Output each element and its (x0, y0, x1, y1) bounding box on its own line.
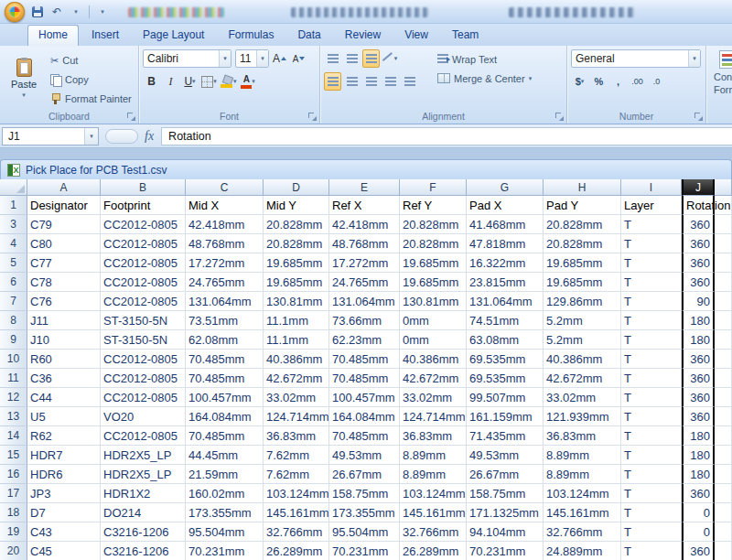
cell-J6[interactable]: 360 (682, 273, 715, 292)
decrease-decimal-button[interactable]: .0 (648, 72, 665, 91)
column-header-G[interactable]: G (467, 179, 544, 196)
cell-F14[interactable]: 36.83mm (400, 426, 467, 446)
cell-G14[interactable]: 71.435mm (467, 426, 544, 446)
cell-F11[interactable]: 42.672mm (400, 369, 467, 388)
font-size-combo[interactable]: 11 ▾ (235, 49, 269, 68)
paste-button[interactable]: Paste ▾ (4, 48, 44, 109)
cell-A20[interactable]: C45 (27, 542, 101, 560)
font-color-button[interactable]: A ▾ (240, 72, 257, 91)
cell-B5[interactable]: CC2012-0805 (101, 253, 186, 273)
cell-D14[interactable]: 36.83mm (264, 426, 329, 446)
cell-A14[interactable]: R62 (27, 426, 101, 446)
cell-B6[interactable]: CC2012-0805 (101, 273, 186, 292)
center-button[interactable] (343, 72, 361, 91)
cell-I6[interactable]: T (621, 273, 682, 292)
tab-insert[interactable]: Insert (81, 25, 130, 46)
cell-I12[interactable]: T (621, 388, 682, 407)
grow-font-button[interactable]: A (271, 49, 288, 68)
cell-E8[interactable]: 73.66mm (329, 311, 400, 330)
cell-A12[interactable]: C44 (27, 388, 101, 407)
row-header-5[interactable]: 5 (0, 253, 27, 273)
cell-fill-9[interactable] (715, 330, 732, 350)
cell-J9[interactable]: 180 (682, 330, 715, 350)
row-header-8[interactable]: 8 (0, 311, 27, 330)
cell-E16[interactable]: 26.67mm (329, 465, 400, 484)
cell-D8[interactable]: 11.1mm (264, 311, 329, 330)
cell-A7[interactable]: C76 (27, 292, 101, 311)
row-header-11[interactable]: 11 (0, 369, 27, 388)
cell-F7[interactable]: 130.81mm (400, 292, 467, 311)
cell-E13[interactable]: 164.084mm (329, 407, 400, 426)
cell-A8[interactable]: J11 (27, 311, 101, 330)
orientation-button[interactable]: ▾ (382, 49, 399, 68)
cell-G3[interactable]: 41.468mm (467, 215, 544, 234)
increase-decimal-button[interactable]: .00 (629, 72, 646, 91)
tab-review[interactable]: Review (334, 25, 392, 46)
row-header-1[interactable]: 1 (0, 196, 27, 215)
cell-J20[interactable]: 360 (682, 542, 715, 560)
undo-button[interactable]: ↶ (48, 4, 65, 20)
cell-F18[interactable]: 145.161mm (400, 503, 467, 522)
select-all-corner[interactable] (0, 179, 27, 196)
cell-A15[interactable]: HDR7 (27, 446, 101, 465)
cell-A5[interactable]: C77 (27, 253, 101, 273)
cell-J8[interactable]: 180 (682, 311, 715, 330)
cell-I5[interactable]: T (621, 253, 682, 273)
cell-J19[interactable]: 0 (682, 522, 715, 542)
cell-E17[interactable]: 158.75mm (329, 484, 400, 503)
cell-F3[interactable]: 20.828mm (400, 215, 467, 234)
cell-B14[interactable]: CC2012-0805 (101, 426, 186, 446)
cell-D11[interactable]: 42.672mm (264, 369, 329, 388)
cell-I19[interactable]: T (621, 522, 682, 542)
cell-B3[interactable]: CC2012-0805 (101, 215, 186, 234)
cell-E5[interactable]: 17.272mm (329, 253, 400, 273)
top-align-button[interactable] (324, 49, 341, 68)
cell-B13[interactable]: VO20 (101, 407, 186, 426)
cell-J13[interactable]: 360 (682, 407, 715, 426)
cell-H5[interactable]: 19.685mm (544, 253, 621, 273)
increase-indent-button[interactable] (401, 72, 418, 91)
customize-qat-button[interactable]: ▾ (94, 4, 111, 20)
cell-D9[interactable]: 11.1mm (264, 330, 329, 350)
number-format-combo[interactable]: General ▾ (571, 49, 701, 68)
cell-A10[interactable]: R60 (27, 350, 101, 369)
cell-J11[interactable]: 360 (682, 369, 715, 388)
column-header-A[interactable]: A (27, 179, 101, 196)
cell-B12[interactable]: CC2012-0805 (101, 388, 186, 407)
cell-fill-14[interactable] (715, 426, 732, 446)
bottom-align-button[interactable] (362, 49, 380, 68)
cell-H20[interactable]: 24.889mm (544, 542, 621, 560)
tab-data[interactable]: Data (286, 25, 331, 46)
cell-G19[interactable]: 94.104mm (467, 522, 544, 542)
cell-G15[interactable]: 49.53mm (467, 446, 544, 465)
cell-B17[interactable]: HDR1X2 (101, 484, 186, 503)
row-header-20[interactable]: 20 (0, 542, 27, 560)
wrap-text-button[interactable]: Wrap Text (436, 49, 564, 69)
cell-I4[interactable]: T (621, 234, 682, 253)
cell-fill-13[interactable] (715, 407, 732, 426)
cell-fill-16[interactable] (715, 465, 732, 484)
cell-G4[interactable]: 47.818mm (467, 234, 544, 253)
cell-fill-6[interactable] (715, 273, 732, 292)
cell-J17[interactable]: 360 (682, 484, 715, 503)
cell-H13[interactable]: 121.939mm (544, 407, 621, 426)
cell-E7[interactable]: 131.064mm (329, 292, 400, 311)
cell-A3[interactable]: C79 (27, 215, 101, 234)
cell-I16[interactable]: T (621, 465, 682, 484)
cell-F5[interactable]: 19.685mm (400, 253, 467, 273)
cell-fill-4[interactable] (715, 234, 732, 253)
cell-E15[interactable]: 49.53mm (329, 446, 400, 465)
tab-formulas[interactable]: Formulas (217, 25, 285, 46)
cell-fill-3[interactable] (715, 215, 732, 234)
shrink-font-button[interactable]: A (290, 49, 307, 68)
cell-I3[interactable]: T (621, 215, 682, 234)
cell-B18[interactable]: DO214 (101, 503, 186, 522)
cell-C1[interactable]: Mid X (186, 196, 264, 215)
cell-F20[interactable]: 26.289mm (400, 542, 467, 560)
bold-button[interactable]: B (143, 72, 160, 91)
cell-C18[interactable]: 173.355mm (186, 503, 264, 522)
cell-D6[interactable]: 19.685mm (264, 273, 329, 292)
cell-E3[interactable]: 42.418mm (329, 215, 400, 234)
align-left-button[interactable] (324, 72, 341, 91)
cell-fill-20[interactable] (715, 542, 732, 560)
